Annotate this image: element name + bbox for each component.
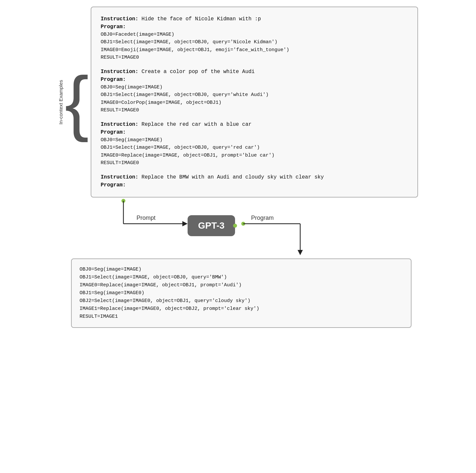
output-area: OBJ0=Seg(image=IMAGE) OBJ1=Select(image=… — [58, 258, 418, 328]
output-line-7: RESULT=IMAGE1 — [80, 313, 403, 321]
instruction-2: Instruction: Create a color pop of the w… — [101, 68, 408, 76]
example-block-1: Instruction: Hide the face of Nicole Kid… — [101, 15, 408, 61]
code-3-line-1: OBJ0=Seg(image=IMAGE) — [101, 136, 408, 144]
program-label-1: Program: — [101, 23, 408, 31]
in-context-label-area: In-context Examples { — [58, 7, 91, 198]
output-box: OBJ0=Seg(image=IMAGE) OBJ1=Select(image=… — [71, 258, 412, 328]
code-2-line-4: RESULT=IMAGE0 — [101, 106, 408, 114]
program-label-2: Program: — [101, 76, 408, 84]
gpt3-label: GPT-3 — [198, 220, 225, 231]
program-label-text: Program — [251, 215, 274, 221]
instruction-1: Instruction: Hide the face of Nicole Kid… — [101, 15, 408, 23]
program-label-4: Program: — [101, 181, 408, 189]
output-line-3: IMAGE0=Replace(image=IMAGE, object=OBJ1,… — [80, 281, 403, 289]
code-2-line-3: IMAGE0=ColorPop(image=IMAGE, object=OBJ1… — [101, 99, 408, 106]
prompt-label: Prompt — [137, 215, 156, 221]
code-2-line-2: OBJ1=Select(image=IMAGE, object=OBJ0, qu… — [101, 91, 408, 99]
arrow-head-right — [182, 221, 188, 226]
code-1-line-4: RESULT=IMAGE0 — [101, 54, 408, 61]
program-label-3: Program: — [101, 128, 408, 136]
gpt3-container: GPT-3 — [188, 215, 235, 236]
brace-icon: { — [65, 66, 89, 138]
code-3-line-3: IMAGE0=Replace(image=IMAGE, object=OBJ1,… — [101, 152, 408, 159]
output-line-5: OBJ2=Select(image=IMAGE0, object=OBJ1, q… — [80, 297, 403, 305]
example-block-2: Instruction: Create a color pop of the w… — [101, 68, 408, 114]
code-3-line-4: RESULT=IMAGE0 — [101, 159, 408, 167]
top-section: In-context Examples { Instruction: Hide … — [58, 7, 418, 198]
examples-box: Instruction: Hide the face of Nicole Kid… — [91, 7, 418, 198]
flow-svg: Prompt Program — [104, 201, 398, 253]
instruction-4: Instruction: Replace the BMW with an Aud… — [101, 173, 408, 181]
code-1-line-2: OBJ1=Select(image=IMAGE, object=OBJ0, qu… — [101, 38, 408, 46]
code-1-line-3: IMAGE0=Emoji(image=IMAGE, object=OBJ1, e… — [101, 46, 408, 54]
example-block-4: Instruction: Replace the BMW with an Aud… — [101, 173, 408, 189]
in-context-label: In-context Examples — [58, 80, 64, 124]
code-3-line-2: OBJ1=Select(image=IMAGE, object=OBJ0, qu… — [101, 144, 408, 151]
gpt3-right-dot — [233, 224, 237, 228]
page-wrapper: In-context Examples { Instruction: Hide … — [58, 7, 418, 328]
output-line-6: IMAGE1=Replace(image=IMAGE0, object=OBJ2… — [80, 305, 403, 313]
gpt3-box: GPT-3 — [188, 215, 235, 236]
instruction-3: Instruction: Replace the red car with a … — [101, 121, 408, 128]
output-line-4: OBJ1=Seg(image=IMAGE0) — [80, 289, 403, 297]
arrow-head-down — [298, 250, 303, 255]
example-block-3: Instruction: Replace the red car with a … — [101, 121, 408, 167]
code-2-line-1: OBJ0=Seg(image=IMAGE) — [101, 84, 408, 91]
flow-diagram-area: Prompt Program GPT-3 — [58, 201, 418, 253]
code-1-line-1: OBJ0=Facedet(image=IMAGE) — [101, 31, 408, 38]
output-line-1: OBJ0=Seg(image=IMAGE) — [80, 266, 403, 274]
output-line-2: OBJ1=Select(image=IMAGE, object=OBJ0, qu… — [80, 274, 403, 281]
